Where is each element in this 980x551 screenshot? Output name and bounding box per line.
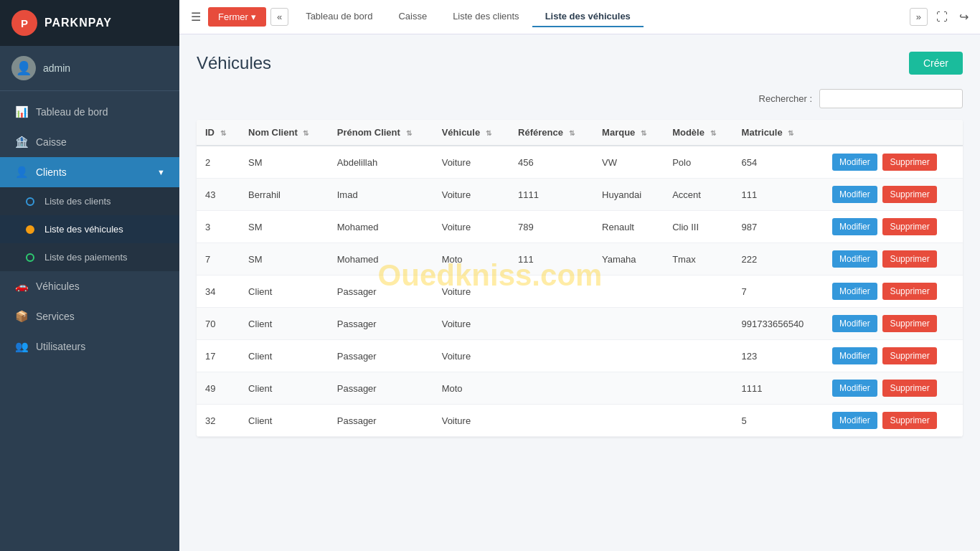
- cell-vehicule: Voiture: [433, 179, 509, 211]
- cell-matricule: 654: [733, 146, 824, 179]
- cell-matricule: 123: [733, 340, 824, 372]
- cell-reference: [509, 405, 593, 437]
- cell-modele: [664, 276, 732, 308]
- fullscreen-button[interactable]: ⛶: [933, 8, 951, 27]
- supprimer-button[interactable]: Supprimer: [882, 347, 936, 364]
- cell-prenom-client: Mohamed: [329, 211, 433, 243]
- supprimer-button[interactable]: Supprimer: [882, 283, 936, 300]
- cell-reference: [509, 276, 593, 308]
- supprimer-button[interactable]: Supprimer: [882, 218, 936, 235]
- search-input[interactable]: [819, 89, 963, 108]
- cell-vehicule: Voiture: [433, 405, 509, 437]
- chevron-down-icon: ▼: [157, 168, 165, 176]
- modifier-button[interactable]: Modifier: [832, 218, 877, 235]
- tab-tableau-de-bord[interactable]: Tableau de bord: [293, 6, 385, 27]
- modifier-button[interactable]: Modifier: [832, 250, 877, 268]
- exit-button[interactable]: ↪: [956, 7, 971, 27]
- cell-vehicule: Voiture: [433, 308, 509, 340]
- cell-reference: 1111: [509, 179, 593, 211]
- vehicles-table: ID ⇅ Nom Client ⇅ Prénom Client ⇅ Véhicu…: [197, 120, 963, 437]
- sidebar-label-tableau: Tableau de bord: [36, 106, 108, 118]
- col-id[interactable]: ID ⇅: [197, 120, 240, 146]
- hamburger-button[interactable]: ☰: [188, 7, 204, 27]
- cell-prenom-client: Abdelillah: [329, 146, 433, 179]
- col-nom-client[interactable]: Nom Client ⇅: [240, 120, 329, 146]
- cell-nom-client: Client: [240, 405, 329, 437]
- dot-blue: [26, 197, 34, 206]
- cell-id: 17: [197, 340, 240, 372]
- chart-icon: 📊: [14, 105, 29, 118]
- cell-marque: [593, 372, 664, 405]
- search-bar: Rechercher :: [197, 89, 963, 108]
- tab-navigation: Tableau de bord Caisse Liste des clients…: [293, 6, 905, 27]
- cell-matricule: 7: [733, 276, 824, 308]
- brand-name: PARKNPAY: [44, 17, 112, 29]
- cell-marque: [593, 340, 664, 372]
- cell-modele: [664, 340, 732, 372]
- tab-liste-vehicules[interactable]: Liste des véhicules: [532, 6, 644, 27]
- cell-vehicule: Voiture: [433, 340, 509, 372]
- sidebar-item-clients[interactable]: 👤 Clients ▼: [0, 157, 179, 187]
- col-modele[interactable]: Modèle ⇅: [664, 120, 732, 146]
- caisse-icon: 🏦: [14, 136, 29, 149]
- col-prenom-client[interactable]: Prénom Client ⇅: [329, 120, 433, 146]
- sidebar-item-services[interactable]: 📦 Services: [0, 301, 179, 331]
- sidebar-item-vehicules[interactable]: 🚗 Véhicules: [0, 271, 179, 301]
- sidebar-item-utilisateurs[interactable]: 👥 Utilisateurs: [0, 331, 179, 362]
- modifier-button[interactable]: Modifier: [832, 186, 877, 203]
- modifier-button[interactable]: Modifier: [832, 380, 877, 397]
- table-body: 2 SM Abdelillah Voiture 456 VW Polo 654 …: [197, 146, 963, 437]
- cell-matricule: 5: [733, 405, 824, 437]
- supprimer-button[interactable]: Supprimer: [882, 154, 936, 171]
- col-reference[interactable]: Référence ⇅: [509, 120, 593, 146]
- modifier-button[interactable]: Modifier: [832, 315, 877, 332]
- tab-liste-clients[interactable]: Liste des clients: [440, 6, 532, 27]
- cell-reference: [509, 340, 593, 372]
- sort-nom-icon: ⇅: [303, 129, 308, 137]
- dot-yellow: [26, 225, 34, 234]
- fermer-button[interactable]: Fermer ▾: [208, 7, 266, 27]
- sidebar-item-liste-paiements[interactable]: Liste des paiements: [0, 243, 179, 271]
- submenu-label-liste-paiements: Liste des paiements: [44, 252, 128, 263]
- create-button[interactable]: Créer: [909, 52, 963, 75]
- sidebar-item-liste-vehicules[interactable]: Liste des véhicules: [0, 215, 179, 243]
- cell-marque: Yamaha: [593, 243, 664, 276]
- table-row: 34 Client Passager Voiture 7 Modifier Su…: [197, 276, 963, 308]
- cell-prenom-client: Mohamed: [329, 243, 433, 276]
- vehicles-table-wrapper: ID ⇅ Nom Client ⇅ Prénom Client ⇅ Véhicu…: [197, 120, 963, 437]
- cell-marque: [593, 276, 664, 308]
- supprimer-button[interactable]: Supprimer: [882, 380, 936, 397]
- supprimer-button[interactable]: Supprimer: [882, 250, 936, 268]
- cell-vehicule: Voiture: [433, 146, 509, 179]
- supprimer-button[interactable]: Supprimer: [882, 315, 936, 332]
- avatar: 👤: [11, 56, 36, 80]
- cell-marque: [593, 308, 664, 340]
- cell-modele: Polo: [664, 146, 732, 179]
- sidebar-item-tableau-de-bord[interactable]: 📊 Tableau de bord: [0, 97, 179, 127]
- col-vehicule[interactable]: Véhicule ⇅: [433, 120, 509, 146]
- modifier-button[interactable]: Modifier: [832, 412, 877, 429]
- cell-nom-client: Berrahil: [240, 179, 329, 211]
- cell-prenom-client: Passager: [329, 276, 433, 308]
- modifier-button[interactable]: Modifier: [832, 347, 877, 364]
- modifier-button[interactable]: Modifier: [832, 154, 877, 171]
- table-row: 7 SM Mohamed Moto 111 Yamaha Tmax 222 Mo…: [197, 243, 963, 276]
- tab-caisse[interactable]: Caisse: [385, 6, 440, 27]
- topbar-actions: » ⛶ ↪: [910, 7, 971, 27]
- page-content: Véhicules Créer Rechercher : ID ⇅ Nom Cl…: [179, 34, 980, 551]
- col-marque[interactable]: Marque ⇅: [593, 120, 664, 146]
- sidebar-item-caisse[interactable]: 🏦 Caisse: [0, 127, 179, 157]
- supprimer-button[interactable]: Supprimer: [882, 412, 936, 429]
- cell-marque: Huyandai: [593, 179, 664, 211]
- cell-matricule: 222: [733, 243, 824, 276]
- sidebar-nav: 📊 Tableau de bord 🏦 Caisse 👤 Clients ▼ L…: [0, 91, 179, 551]
- cell-actions: Modifier Supprimer: [824, 372, 963, 405]
- prev-tabs-button[interactable]: «: [270, 8, 288, 26]
- col-matricule[interactable]: Matricule ⇅: [733, 120, 824, 146]
- modifier-button[interactable]: Modifier: [832, 283, 877, 300]
- next-tabs-button[interactable]: »: [910, 8, 928, 26]
- supprimer-button[interactable]: Supprimer: [882, 186, 936, 203]
- sidebar-item-liste-clients[interactable]: Liste des clients: [0, 187, 179, 215]
- user-profile[interactable]: 👤 admin: [0, 46, 179, 91]
- cell-matricule: 111: [733, 179, 824, 211]
